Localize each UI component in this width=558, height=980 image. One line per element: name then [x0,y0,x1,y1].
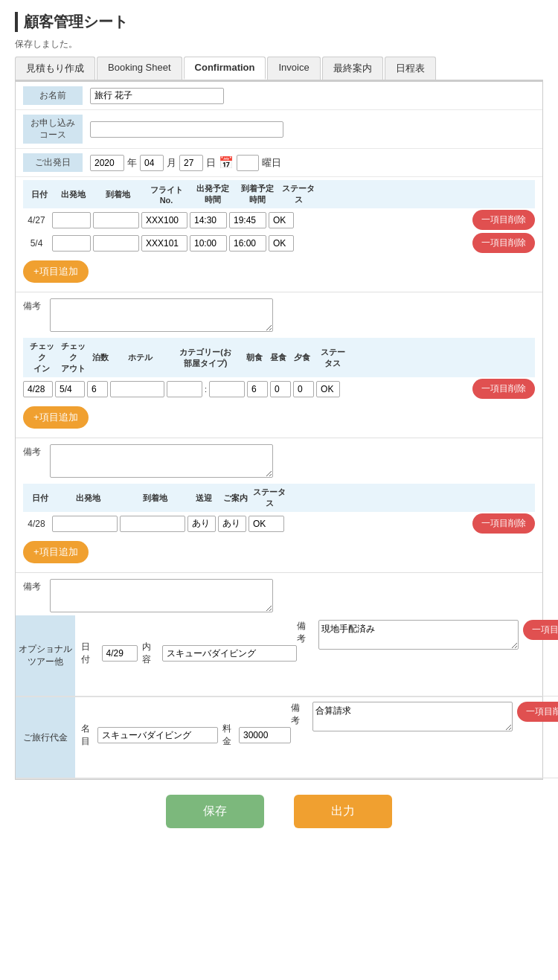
day-input[interactable] [179,155,203,171]
flight-biko-input[interactable] [50,298,273,332]
flight-arr-1[interactable] [93,212,139,228]
day-unit: 日 [206,156,216,170]
transfer-biko-input[interactable] [50,579,273,612]
category-1[interactable] [167,381,202,397]
tab-invoice[interactable]: Invoice [267,57,320,80]
category-sub-1[interactable] [209,381,245,397]
tab-itinerary[interactable]: 日程表 [385,57,436,80]
tstatus-1[interactable] [248,516,284,532]
course-control [83,121,535,138]
flight-date-1: 4/27 [23,215,50,225]
fee-amount-label: 料金 [222,723,234,748]
nights-1[interactable] [87,381,108,397]
fee-section-label: ご旅行代金 [23,731,68,744]
th-status-flight: ステータス [280,183,317,205]
transfer-arr-1[interactable] [120,516,185,532]
name-control [83,88,535,104]
tab-mitsumori[interactable]: 見積もり作成 [15,57,95,80]
opt-biko-input[interactable]: 現地手配済み [318,620,519,650]
th-category: カテゴリー(お部屋タイプ) [168,347,243,369]
tab-confirmation[interactable]: Confirmation [184,57,266,80]
month-input[interactable] [140,155,164,171]
flight-delete-1[interactable]: 一項目削除 [472,210,535,230]
th-dep-transfer: 出発地 [54,493,121,504]
flight-section: 日付 出発地 到着地 フライトNo. 出発予定時間 到着予定時間 ステータス 4… [16,180,542,292]
fee-content: 名目 料金 備考 合算請求 一項目削除 +項目追加 [75,697,558,778]
name-row: お名前 [16,82,542,110]
tab-bar: 見積もり作成 Booking Sheet Confirmation Invoic… [15,57,543,81]
weekday-input[interactable] [237,155,259,171]
lunch-1[interactable] [270,381,291,397]
departure-label: ご出発日 [23,153,83,172]
hotel-table-header: チェックイン チェックアウト 泊数 ホテル カテゴリー(お部屋タイプ) 朝食 昼… [23,338,535,377]
transfer-date-1: 4/28 [23,519,50,529]
flight-delete-2[interactable]: 一項目削除 [472,233,535,253]
flight-biko-label: 備考 [23,298,45,313]
flight-dep-2[interactable] [52,235,91,252]
th-hotel: ホテル [112,352,168,363]
flight-status-2[interactable] [269,235,294,252]
optional-delete-1[interactable]: 一項目削除 [523,620,558,640]
checkin-1[interactable] [23,381,53,397]
fee-row-1: 名目 料金 [81,702,291,769]
page-title: 顧客管理シート [15,12,543,32]
hotel-delete-1[interactable]: 一項目削除 [472,379,535,399]
th-checkin: チェックイン [26,341,57,374]
flight-arrtime-2[interactable] [229,235,266,252]
fee-biko-label: 備考 [291,702,308,727]
th-status-hotel: ステータス [314,347,351,369]
course-input[interactable] [90,121,283,138]
fee-name-input[interactable] [97,727,218,743]
th-date-flight: 日付 [26,189,53,200]
save-button[interactable]: 保存 [166,795,264,828]
dinner-1[interactable] [293,381,314,397]
checkout-1[interactable] [55,381,85,397]
hstatus-1[interactable] [316,381,340,397]
flight-dep-1[interactable] [52,212,91,228]
fee-amount-input[interactable] [239,727,291,743]
course-label: お申し込みコース [23,115,83,144]
flight-no-2[interactable] [141,235,187,252]
weekday-suffix: 曜日 [262,156,281,170]
name-input[interactable] [90,88,224,104]
calendar-icon[interactable]: 📅 [219,156,234,170]
output-button[interactable]: 出力 [294,795,392,828]
flight-status-1[interactable] [269,212,294,228]
flight-arr-2[interactable] [93,235,139,252]
optional-row-1: 日付 内容 [81,620,297,687]
tab-booking[interactable]: Booking Sheet [97,57,182,80]
flight-row-1: 4/27 一項目削除 [23,210,535,230]
year-unit: 年 [127,156,137,170]
hotel-add-button[interactable]: +項目追加 [23,406,89,429]
breakfast-1[interactable] [247,381,268,397]
transfer-row-1: 4/28 一項目削除 [23,513,535,534]
year-input[interactable] [90,155,124,171]
flight-deptime-2[interactable] [190,235,227,252]
hotel-1[interactable] [110,381,164,397]
guide-1[interactable] [218,516,246,532]
opt-content-input[interactable] [162,645,297,662]
transfer-type-1[interactable] [187,516,216,532]
th-guide: ご案内 [219,493,251,504]
tab-final[interactable]: 最終案内 [322,57,383,80]
th-dinner: 夕食 [290,352,314,363]
fee-biko-input[interactable]: 合算請求 [312,702,513,731]
transfer-dep-1[interactable] [52,516,118,532]
flight-arrtime-1[interactable] [229,212,266,228]
opt-date-input[interactable] [102,645,138,662]
opt-biko-label: 備考 [297,620,314,645]
hotel-biko-input[interactable] [50,444,273,478]
transfer-delete-1[interactable]: 一項目削除 [472,513,535,534]
flight-add-button[interactable]: +項目追加 [23,260,89,283]
main-content: お名前 お申し込みコース ご出発日 年 月 日 📅 [15,81,543,780]
fee-name-label: 名目 [81,723,93,748]
flight-no-1[interactable] [141,212,187,228]
th-date-transfer: 日付 [26,493,54,504]
transfer-section: 日付 出発地 到着地 送迎 ご案内 ステータス 4/28 一項目削除 +項目追加 [16,484,542,573]
flight-deptime-1[interactable] [190,212,227,228]
transfer-add-button[interactable]: +項目追加 [23,541,89,563]
fee-delete-1[interactable]: 一項目削除 [517,702,558,722]
th-status-transfer: ステータス [251,487,288,509]
bottom-buttons: 保存 出力 [15,780,543,843]
opt-date-label: 日付 [81,641,97,666]
